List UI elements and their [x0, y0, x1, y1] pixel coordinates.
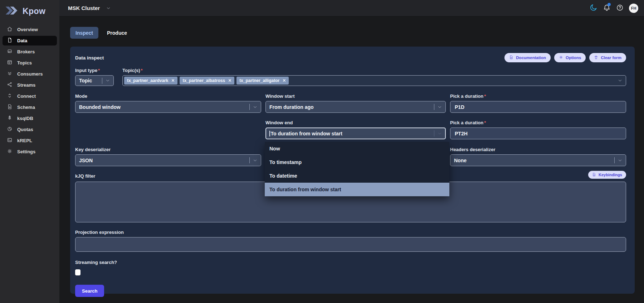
sidebar-item-brokers[interactable]: Brokers — [3, 47, 57, 57]
tab-label: Inspect — [75, 30, 93, 36]
field-duration-start: Pick a duration* P1D — [450, 93, 626, 113]
key-deserializer-label: Key deserializer — [75, 147, 261, 152]
brand-logo: Kpow — [0, 4, 59, 23]
sidebar-item-overview[interactable]: Overview — [3, 25, 57, 34]
notification-dot — [608, 3, 611, 6]
table-icon — [7, 59, 13, 66]
share-icon — [7, 82, 13, 88]
notifications-button[interactable] — [603, 4, 611, 13]
topic-tag-label: tx_partner_aardvark — [127, 78, 168, 83]
required-marker: * — [484, 93, 486, 99]
terminal-icon — [7, 137, 13, 144]
sidebar-item-settings[interactable]: Settings — [3, 147, 57, 157]
documentation-button[interactable]: Documentation — [504, 53, 551, 62]
duration-start-label: Pick a duration* — [450, 93, 626, 99]
sidebar-item-consumers[interactable]: Consumers — [3, 69, 57, 79]
clear-form-button[interactable]: Clear form — [589, 53, 626, 62]
gear-icon — [559, 55, 563, 60]
option-label: To duration from window start — [269, 187, 341, 192]
cluster-selector[interactable]: MSK Cluster — [68, 5, 111, 11]
sidebar-item-ksqldb[interactable]: ksqlDB — [3, 114, 57, 123]
field-headers-deserializer: Headers deserializer None — [450, 147, 626, 166]
keybindings-button[interactable]: Keybindings — [588, 171, 626, 179]
field-topics: Topic(s)* tx_partner_aardvark tx_partner… — [122, 68, 626, 86]
remove-tag-icon[interactable] — [283, 78, 286, 83]
sidebar-item-topics[interactable]: Topics — [3, 58, 57, 68]
sidebar-item-label: Streams — [17, 82, 35, 88]
sidebar-item-label: Data — [17, 38, 27, 43]
remove-tag-icon[interactable] — [228, 78, 231, 83]
duration-start-value: P1D — [455, 104, 464, 110]
mode-value: Bounded window — [79, 104, 247, 110]
form-title: Data inspect — [75, 55, 104, 61]
topic-tag-label: tx_partner_alligator — [239, 78, 279, 83]
sidebar-item-connect[interactable]: Connect — [3, 91, 57, 101]
button-label: Keybindings — [599, 173, 622, 177]
streaming-search-checkbox[interactable] — [75, 269, 80, 275]
option-label: To datetime — [269, 173, 297, 179]
key-deserializer-select[interactable]: JSON — [75, 154, 261, 166]
topics-multiselect[interactable]: tx_partner_aardvark tx_partner_albatross… — [122, 75, 626, 86]
user-avatar[interactable]: FH — [629, 4, 638, 13]
sidebar-item-quotas[interactable]: Quotas — [3, 125, 57, 134]
topic-tag-label: tx_partner_albatross — [182, 78, 225, 83]
chevron-down-icon — [253, 105, 257, 109]
cluster-name: MSK Cluster — [68, 5, 100, 11]
mode-select[interactable]: Bounded window — [75, 101, 261, 113]
sidebar-item-label: Settings — [17, 149, 35, 154]
dark-mode-toggle[interactable] — [590, 4, 597, 13]
sidebar-item-data[interactable]: Data — [3, 36, 57, 45]
drive-icon — [7, 48, 13, 55]
required-marker: * — [98, 68, 100, 73]
input-type-label: Input type* — [75, 68, 118, 73]
duration-end-input[interactable]: PT2H — [450, 128, 626, 139]
menu-option-now[interactable]: Now — [265, 142, 449, 155]
select-divider — [434, 130, 434, 136]
row-input-topics: Input type* Topic Topic(s)* tx_partner_ — [75, 68, 626, 86]
help-button[interactable] — [616, 4, 624, 13]
options-button[interactable]: Options — [554, 53, 586, 62]
sidebar-item-label: Consumers — [17, 71, 43, 77]
topbar: MSK Cluster — [59, 0, 644, 16]
sidebar-item-streams[interactable]: Streams — [3, 80, 57, 90]
window-start-label: Window start — [265, 93, 446, 99]
app-window: MSK Cluster — [0, 0, 644, 303]
document-icon — [592, 173, 596, 177]
topic-tag: tx_partner_albatross — [180, 77, 234, 85]
form-actions: Documentation Options Clear form — [504, 53, 626, 62]
file-icon — [7, 37, 13, 44]
search-button[interactable]: Search — [75, 285, 104, 297]
headers-deserializer-value: None — [454, 158, 611, 163]
menu-option-to-duration-from-window-start[interactable]: To duration from window start — [265, 183, 449, 196]
menu-option-to-timestamp[interactable]: To timestamp — [265, 155, 449, 169]
required-marker: * — [141, 68, 143, 73]
moon-icon — [590, 4, 597, 13]
duration-start-input[interactable]: P1D — [450, 101, 626, 113]
chevron-down-icon — [438, 131, 442, 136]
sidebar-item-label: Topics — [17, 60, 32, 66]
tab-inspect[interactable]: Inspect — [70, 27, 98, 39]
sidebar-nav: Overview Data Brokers Topics Consumers S… — [0, 25, 59, 157]
window-start-select[interactable]: From duration ago — [265, 101, 446, 113]
data-inspect-card: Data inspect Documentation Options Clear… — [70, 47, 635, 294]
input-type-select[interactable]: Topic — [75, 75, 114, 86]
document-icon — [7, 104, 13, 111]
brand-name: Kpow — [23, 6, 45, 16]
window-start-value: From duration ago — [269, 104, 431, 110]
double-chevron-down-icon — [7, 71, 13, 77]
input-type-value: Topic — [79, 78, 99, 83]
headers-deserializer-select[interactable]: None — [450, 154, 626, 166]
menu-option-to-datetime[interactable]: To datetime — [265, 169, 449, 183]
sidebar-item-schema[interactable]: Schema — [3, 102, 57, 112]
field-key-deserializer: Key deserializer JSON — [75, 147, 261, 166]
window-end-select[interactable]: To duration from window start — [265, 128, 446, 139]
tab-produce[interactable]: Produce — [107, 27, 127, 39]
option-label: Now — [269, 146, 280, 152]
projection-input[interactable] — [75, 237, 626, 252]
sidebar-item-label: kREPL — [17, 138, 32, 143]
select-divider — [102, 78, 102, 84]
remove-tag-icon[interactable] — [171, 78, 175, 83]
field-window-end: Window end To duration from window start… — [265, 120, 446, 139]
sidebar-item-krepl[interactable]: kREPL — [3, 136, 57, 145]
field-window-start: Window start From duration ago — [265, 93, 446, 113]
